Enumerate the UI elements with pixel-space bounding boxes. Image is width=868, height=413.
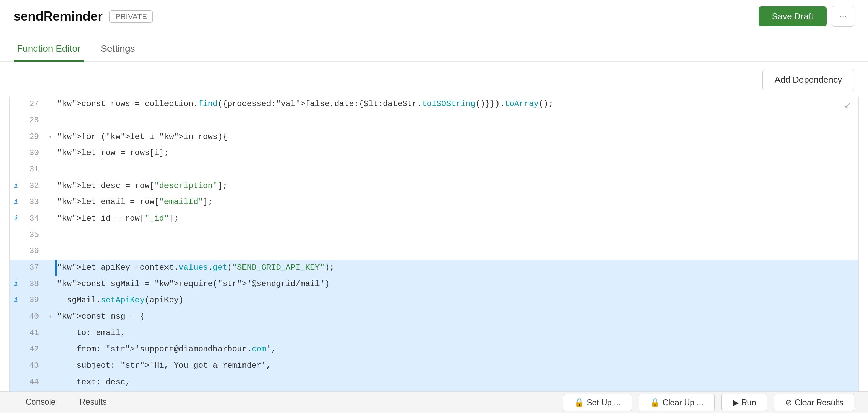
fold-arrow[interactable] <box>46 276 55 292</box>
line-number: 40 <box>22 309 46 325</box>
table-row: 41 to: email, <box>10 325 858 341</box>
fold-arrow[interactable] <box>46 162 55 178</box>
fold-arrow[interactable]: ▾ <box>46 129 55 145</box>
line-content: subject: "str">'Hi, You got a reminder', <box>57 358 858 374</box>
fold-arrow[interactable] <box>46 260 55 276</box>
private-badge: PRIVATE <box>109 10 153 23</box>
table-row: 28 <box>10 112 858 128</box>
fold-arrow[interactable]: ▾ <box>46 309 55 325</box>
clear-results-icon: ⊘ <box>785 398 792 407</box>
table-row: i33 "kw">let email = row["emailId"]; <box>10 194 858 210</box>
fold-arrow[interactable] <box>46 374 55 390</box>
tab-function-editor[interactable]: Function Editor <box>14 34 84 62</box>
line-info <box>10 260 22 276</box>
run-button[interactable]: ▶ Run <box>721 394 767 411</box>
bottom-tab-results[interactable]: Results <box>68 394 119 411</box>
fold-arrow[interactable] <box>46 194 55 210</box>
code-area[interactable]: 27"kw">const rows = collection.find({pro… <box>10 96 858 413</box>
line-number: 27 <box>22 96 46 112</box>
line-number: 34 <box>22 211 46 227</box>
expand-icon[interactable]: ⤢ <box>844 100 851 111</box>
line-info <box>10 112 22 128</box>
fold-arrow[interactable] <box>46 112 55 128</box>
line-info: i <box>10 211 22 227</box>
line-number: 44 <box>22 374 46 390</box>
line-number: 32 <box>22 178 46 194</box>
line-number: 37 <box>22 260 46 276</box>
line-content: "kw">const rows = collection.find({proce… <box>57 96 858 112</box>
line-info <box>10 227 22 243</box>
line-info <box>10 374 22 390</box>
line-number: 38 <box>22 276 46 292</box>
line-info <box>10 325 22 341</box>
line-content: "kw">const sgMail = "kw">require("str">'… <box>57 276 858 292</box>
line-info <box>10 309 22 325</box>
line-content: "kw">let apiKey =context.values.get("SEN… <box>57 260 858 276</box>
fold-arrow[interactable] <box>46 178 55 194</box>
fold-arrow[interactable] <box>46 227 55 243</box>
line-info <box>10 358 22 374</box>
line-number: 39 <box>22 292 46 309</box>
table-row: 43 subject: "str">'Hi, You got a reminde… <box>10 358 858 374</box>
table-row: 31 <box>10 162 858 178</box>
line-info: i <box>10 276 22 292</box>
clear-results-button[interactable]: ⊘ Clear Results <box>774 394 854 411</box>
bottom-bar: Console Results 🔒 Set Up ... 🔒 Clear Up … <box>0 391 868 413</box>
table-row: i32 "kw">let desc = row["description"]; <box>10 178 858 194</box>
bottom-actions: 🔒 Set Up ... 🔒 Clear Up ... ▶ Run ⊘ Clea… <box>563 394 855 411</box>
table-row: 42 from: "str">'support@diamondharbour.c… <box>10 341 858 358</box>
code-editor[interactable]: 27"kw">const rows = collection.find({pro… <box>9 96 859 413</box>
table-row: i39 sgMail.setApiKey(apiKey) <box>10 292 858 309</box>
line-number: 36 <box>22 243 46 260</box>
line-content: to: email, <box>57 325 858 341</box>
fold-arrow[interactable] <box>46 325 55 341</box>
table-row: i38 "kw">const sgMail = "kw">require("st… <box>10 276 858 292</box>
more-options-button[interactable]: ··· <box>832 6 854 27</box>
table-row: i34 "kw">let id = row["_id"]; <box>10 211 858 227</box>
table-row: 29▾"kw">for ("kw">let i "kw">in rows){ <box>10 129 858 145</box>
line-content <box>57 227 858 243</box>
fold-arrow[interactable] <box>46 358 55 374</box>
table-row: 30 "kw">let row = rows[i]; <box>10 145 858 161</box>
line-content: "kw">for ("kw">let i "kw">in rows){ <box>57 129 858 145</box>
fold-arrow[interactable] <box>46 96 55 112</box>
line-number: 30 <box>22 145 46 161</box>
bottom-tab-console[interactable]: Console <box>14 394 68 411</box>
setup-button[interactable]: 🔒 Set Up ... <box>563 394 632 411</box>
line-info: i <box>10 178 22 194</box>
line-content: "kw">let row = rows[i]; <box>57 145 858 161</box>
line-info <box>10 341 22 358</box>
table-row: 27"kw">const rows = collection.find({pro… <box>10 96 858 112</box>
run-icon: ▶ <box>733 398 739 407</box>
save-draft-button[interactable]: Save Draft <box>759 6 827 26</box>
line-info <box>10 145 22 161</box>
line-number: 29 <box>22 129 46 145</box>
line-content: "kw">const msg = { <box>57 309 858 325</box>
fold-arrow[interactable] <box>46 292 55 309</box>
line-content: sgMail.setApiKey(apiKey) <box>57 292 858 309</box>
clear-up-button[interactable]: 🔒 Clear Up ... <box>639 394 715 411</box>
tab-settings[interactable]: Settings <box>97 34 138 62</box>
header: sendReminder PRIVATE Save Draft ··· <box>0 0 868 33</box>
line-content <box>57 112 858 128</box>
table-row: 35 <box>10 227 858 243</box>
fold-arrow[interactable] <box>46 243 55 260</box>
line-content: "kw">let id = row["_id"]; <box>57 211 858 227</box>
line-info <box>10 129 22 145</box>
line-info <box>10 162 22 178</box>
line-number: 31 <box>22 162 46 178</box>
line-info <box>10 96 22 112</box>
bottom-tabs: Console Results <box>14 394 119 411</box>
fold-arrow[interactable] <box>46 145 55 161</box>
add-dependency-button[interactable]: Add Dependency <box>762 70 854 90</box>
fold-arrow[interactable] <box>46 341 55 358</box>
table-row: 37 "kw">let apiKey =context.values.get("… <box>10 260 858 276</box>
line-content <box>57 243 858 260</box>
line-content <box>57 162 858 178</box>
fold-arrow[interactable] <box>46 211 55 227</box>
line-number: 42 <box>22 341 46 358</box>
line-info: i <box>10 194 22 210</box>
line-number: 33 <box>22 194 46 210</box>
table-row: 36 <box>10 243 858 260</box>
line-number: 35 <box>22 227 46 243</box>
